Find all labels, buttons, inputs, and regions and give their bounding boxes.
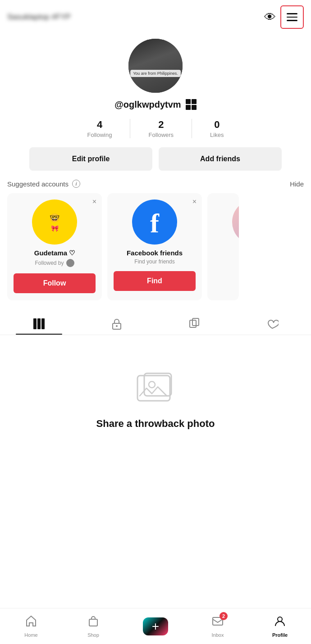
photo-icon xyxy=(133,371,178,409)
likes-count: 0 xyxy=(214,119,220,131)
followers-label: Followers xyxy=(148,132,174,138)
profile-label: Profile xyxy=(272,632,288,638)
stat-following[interactable]: 4 Following xyxy=(69,119,130,138)
glasses-icon[interactable]: 👁 xyxy=(264,10,276,24)
stat-followers[interactable]: 2 Followers xyxy=(130,119,192,138)
facebook-sub: Find your friends xyxy=(134,259,174,265)
suggested-title-wrap: Suggested accounts i xyxy=(7,180,80,188)
inbox-badge: 2 xyxy=(220,612,228,620)
qr-code-icon[interactable] xyxy=(186,99,197,110)
stats-row: 4 Following 2 Followers 0 Likes xyxy=(69,119,242,138)
empty-title: Share a throwback photo xyxy=(96,418,215,430)
follow-gudetama-button[interactable]: Follow xyxy=(14,273,96,293)
shop-icon xyxy=(87,615,100,630)
tab-videos[interactable] xyxy=(0,311,78,335)
svg-rect-7 xyxy=(137,376,170,401)
inbox-label: Inbox xyxy=(212,632,224,638)
hamburger-line-3 xyxy=(287,20,297,21)
stat-likes[interactable]: 0 Likes xyxy=(192,119,242,138)
nav-shop[interactable]: Shop xyxy=(62,615,124,638)
hamburger-line-2 xyxy=(287,17,297,18)
profile-section: You are from Philippines. @oglkwpdytvm 4… xyxy=(0,34,311,171)
home-icon xyxy=(25,615,37,630)
gudetama-follower-avatar xyxy=(66,259,74,267)
liked-icon xyxy=(266,317,279,330)
gudetama-name: Gudetama ♡ xyxy=(34,249,75,257)
close-gudetama-button[interactable]: × xyxy=(92,198,96,206)
nav-home[interactable]: Home xyxy=(0,615,62,638)
tab-reposts[interactable] xyxy=(156,311,233,335)
hide-button[interactable]: Hide xyxy=(290,180,304,188)
gudetama-face: 🤓 🎀 xyxy=(50,213,59,232)
svg-rect-1 xyxy=(37,318,41,329)
header: Sasuklaptop #FYP 👁 xyxy=(0,0,311,34)
gudetama-followed-label: Followed by xyxy=(35,260,64,266)
content-tabs xyxy=(0,311,311,335)
add-friends-button[interactable]: Add friends xyxy=(159,147,282,171)
gudetama-sub: Followed by xyxy=(35,259,74,267)
header-icons: 👁 xyxy=(264,5,304,29)
suggested-accounts-header: Suggested accounts i Hide xyxy=(0,171,311,193)
header-username: Sasuklaptop #FYP xyxy=(7,13,71,22)
suggested-cards: × 🤓 🎀 Gudetama ♡ Followed by Follow × f xyxy=(0,193,311,300)
facebook-image: f xyxy=(132,200,177,245)
home-label: Home xyxy=(24,632,37,638)
create-button[interactable]: + xyxy=(143,617,168,635)
nav-profile[interactable]: Profile xyxy=(249,615,311,638)
qr-cell-4 xyxy=(192,105,197,110)
repost-icon xyxy=(188,317,201,330)
partial-avatar xyxy=(232,200,239,245)
svg-rect-0 xyxy=(33,318,37,329)
facebook-avatar: f xyxy=(132,200,177,245)
following-label: Following xyxy=(87,132,112,138)
gudetama-body: 🤓 🎀 xyxy=(39,208,70,237)
partial-card-inner xyxy=(207,193,239,256)
qr-cell-3 xyxy=(186,105,191,110)
svg-point-4 xyxy=(116,325,118,327)
nav-inbox[interactable]: 2 Inbox xyxy=(187,615,249,638)
tab-private[interactable] xyxy=(78,311,156,335)
menu-button[interactable] xyxy=(280,5,304,29)
gudetama-glasses-icon: 🤓 xyxy=(50,213,59,223)
username-row: @oglkwpdytvm xyxy=(114,99,196,110)
hamburger-line-1 xyxy=(287,13,297,14)
likes-label: Likes xyxy=(210,132,224,138)
suggested-card-partial xyxy=(207,193,239,300)
svg-rect-10 xyxy=(89,619,97,626)
facebook-sub-text: Find your friends xyxy=(134,259,174,265)
lock-icon xyxy=(110,317,123,330)
avatar-text: You are from Philippines. xyxy=(130,70,181,77)
avatar-overlay xyxy=(128,39,183,93)
close-facebook-button[interactable]: × xyxy=(192,198,197,206)
info-icon[interactable]: i xyxy=(72,180,80,188)
empty-state: Share a throwback photo xyxy=(0,335,311,448)
gudetama-image: 🤓 🎀 xyxy=(32,200,77,245)
svg-point-9 xyxy=(149,381,155,388)
tab-liked[interactable] xyxy=(233,311,311,335)
find-facebook-button[interactable]: Find xyxy=(114,271,196,291)
action-buttons: Edit profile Add friends xyxy=(29,147,282,171)
gudetama-avatar: 🤓 🎀 xyxy=(32,200,77,245)
qr-cell-1 xyxy=(186,99,191,104)
followers-count: 2 xyxy=(158,119,164,131)
bottom-nav: Home Shop + 2 Inbox xyxy=(0,608,311,644)
profile-icon xyxy=(274,615,286,630)
svg-point-12 xyxy=(278,617,282,621)
nav-create[interactable]: + xyxy=(124,617,187,635)
facebook-name: Facebook friends xyxy=(127,249,183,257)
svg-rect-2 xyxy=(41,318,45,329)
suggested-card-gudetama: × 🤓 🎀 Gudetama ♡ Followed by Follow xyxy=(7,193,102,300)
suggested-card-facebook: × f Facebook friends Find your friends F… xyxy=(107,193,202,300)
plus-icon: + xyxy=(152,620,159,633)
shop-label: Shop xyxy=(87,632,99,638)
facebook-f-icon: f xyxy=(150,210,159,237)
gudetama-bowtie-icon: 🎀 xyxy=(51,225,59,232)
username: @oglkwpdytvm xyxy=(114,100,181,110)
edit-profile-button[interactable]: Edit profile xyxy=(29,147,152,171)
following-count: 4 xyxy=(97,119,102,131)
suggested-title: Suggested accounts xyxy=(7,180,69,188)
avatar-image: You are from Philippines. xyxy=(128,39,183,93)
avatar[interactable]: You are from Philippines. xyxy=(128,39,183,93)
grid-icon xyxy=(32,317,45,330)
qr-cell-2 xyxy=(192,99,197,104)
